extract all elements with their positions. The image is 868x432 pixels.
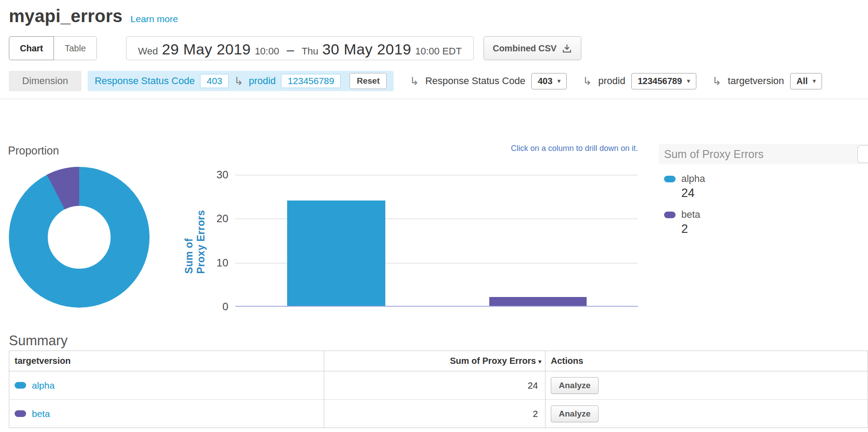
chevron-down-icon: ▾ bbox=[557, 77, 561, 85]
end-time: 10:00 EDT bbox=[415, 46, 462, 57]
view-toggle: Chart Table bbox=[9, 36, 97, 60]
toolbar: Chart Table Wed 29 May 2019 10:00 – Thu … bbox=[9, 36, 859, 61]
drilldown-icon: ↳ bbox=[712, 76, 722, 87]
reset-button[interactable]: Reset bbox=[350, 73, 387, 89]
bar-chart-plot: Sum of Proxy Errors 0102030 bbox=[235, 175, 638, 307]
bar-alpha[interactable] bbox=[287, 201, 385, 306]
x-axis-baseline bbox=[235, 306, 638, 307]
dropdown-value: 403 bbox=[538, 76, 552, 86]
table-header-row: targetversion Sum of Proxy Errors▾ Actio… bbox=[9, 351, 868, 371]
chart-view-button[interactable]: Chart bbox=[9, 36, 54, 60]
alpha-link[interactable]: alpha bbox=[32, 380, 54, 391]
alpha-swatch bbox=[664, 176, 676, 182]
summary-table: targetversion Sum of Proxy Errors▾ Actio… bbox=[9, 351, 868, 428]
end-date: 30 May 2019 bbox=[323, 41, 411, 58]
response-status-code-dropdown[interactable]: 403 ▾ bbox=[531, 73, 567, 89]
filter-label-response-status-code: Response Status Code bbox=[425, 75, 525, 87]
combined-csv-button[interactable]: Combined CSV bbox=[484, 36, 581, 60]
legend-collapse-tab[interactable] bbox=[857, 145, 868, 163]
report-page: myapi_errors Learn more Chart Table Wed … bbox=[0, 0, 868, 428]
table-view-button[interactable]: Table bbox=[54, 36, 97, 60]
learn-more-link[interactable]: Learn more bbox=[131, 14, 178, 24]
analyze-button[interactable]: Analyze bbox=[551, 377, 599, 394]
legend-title: Sum of Proxy Errors bbox=[664, 148, 764, 160]
breadcrumb-dimension-label[interactable]: Response Status Code bbox=[95, 75, 195, 87]
sum-value: 24 bbox=[324, 371, 545, 400]
dropdown-value: 123456789 bbox=[638, 76, 682, 86]
dropdown-value: All bbox=[796, 76, 808, 86]
column-header-sum-of-proxy-errors[interactable]: Sum of Proxy Errors▾ bbox=[324, 351, 545, 371]
drilldown-icon: ↳ bbox=[234, 76, 243, 87]
gridline bbox=[235, 175, 638, 175]
table-row-beta: beta 2 Analyze bbox=[9, 400, 868, 428]
legend-item-beta[interactable]: beta bbox=[664, 209, 868, 220]
breadcrumb-dimension-value[interactable]: 123456789 bbox=[281, 74, 341, 88]
filter-label-prodid: prodid bbox=[598, 75, 625, 87]
prodid-dropdown[interactable]: 123456789 ▾ bbox=[631, 73, 696, 89]
chart-section: Proportion Click on a column to drill do… bbox=[0, 99, 868, 328]
legend-panel: Sum of Proxy Errors alpha 24 beta 2 bbox=[659, 144, 868, 236]
breadcrumb-dimension-value[interactable]: 403 bbox=[200, 74, 229, 88]
date-range-separator: – bbox=[287, 42, 294, 58]
proportion-chart-title: Proportion bbox=[8, 144, 59, 157]
targetversion-dropdown[interactable]: All ▾ bbox=[790, 73, 822, 89]
y-axis-tick-label: 0 bbox=[204, 301, 228, 313]
proportion-donut[interactable] bbox=[9, 167, 150, 308]
report-header: myapi_errors Learn more bbox=[0, 0, 868, 26]
end-day: Thu bbox=[302, 46, 319, 57]
beta-swatch bbox=[15, 410, 26, 417]
beta-link[interactable]: beta bbox=[32, 409, 50, 419]
legend-item-alpha[interactable]: alpha bbox=[664, 173, 868, 185]
date-range-picker[interactable]: Wed 29 May 2019 10:00 – Thu 30 May 2019 … bbox=[126, 36, 474, 60]
sum-value: 2 bbox=[324, 400, 545, 428]
summary-heading: Summary bbox=[9, 333, 868, 349]
drilldown-icon: ↳ bbox=[583, 76, 592, 87]
start-time: 10:00 bbox=[255, 46, 279, 57]
filter-bar: Dimension Response Status Code 403 ↳ pro… bbox=[9, 70, 859, 92]
column-header-targetversion[interactable]: targetversion bbox=[9, 351, 324, 371]
start-date: 29 May 2019 bbox=[162, 41, 251, 58]
sort-desc-icon: ▾ bbox=[538, 358, 542, 365]
legend-header: Sum of Proxy Errors bbox=[659, 144, 868, 164]
page-title: myapi_errors bbox=[9, 6, 123, 26]
legend-label: beta bbox=[681, 209, 700, 220]
start-day: Wed bbox=[138, 46, 158, 57]
breadcrumb-dimension-label[interactable]: prodid bbox=[249, 75, 276, 87]
y-axis-tick-label: 30 bbox=[204, 169, 228, 181]
beta-swatch bbox=[664, 212, 676, 218]
combined-csv-label: Combined CSV bbox=[493, 43, 557, 54]
y-axis-tick-label: 10 bbox=[204, 257, 228, 269]
drill-hint-text: Click on a column to drill down on it. bbox=[511, 144, 638, 153]
dimension-label: Dimension bbox=[9, 71, 81, 91]
table-row-alpha: alpha 24 Analyze bbox=[9, 371, 868, 400]
download-icon bbox=[562, 43, 572, 54]
chevron-down-icon: ▾ bbox=[813, 77, 816, 85]
legend-value: 2 bbox=[681, 222, 868, 236]
bar-beta[interactable] bbox=[489, 297, 587, 306]
filter-label-targetversion: targetversion bbox=[728, 75, 784, 87]
drilldown-breadcrumb: Response Status Code 403 ↳ prodid 123456… bbox=[88, 71, 394, 91]
chevron-down-icon: ▾ bbox=[687, 77, 691, 85]
drilldown-icon: ↳ bbox=[410, 76, 419, 87]
legend-value: 24 bbox=[681, 186, 868, 200]
column-header-actions: Actions bbox=[545, 351, 868, 371]
alpha-swatch bbox=[15, 382, 26, 389]
analyze-button[interactable]: Analyze bbox=[551, 405, 599, 422]
legend-label: alpha bbox=[681, 173, 705, 185]
y-axis-tick-label: 20 bbox=[204, 212, 228, 225]
